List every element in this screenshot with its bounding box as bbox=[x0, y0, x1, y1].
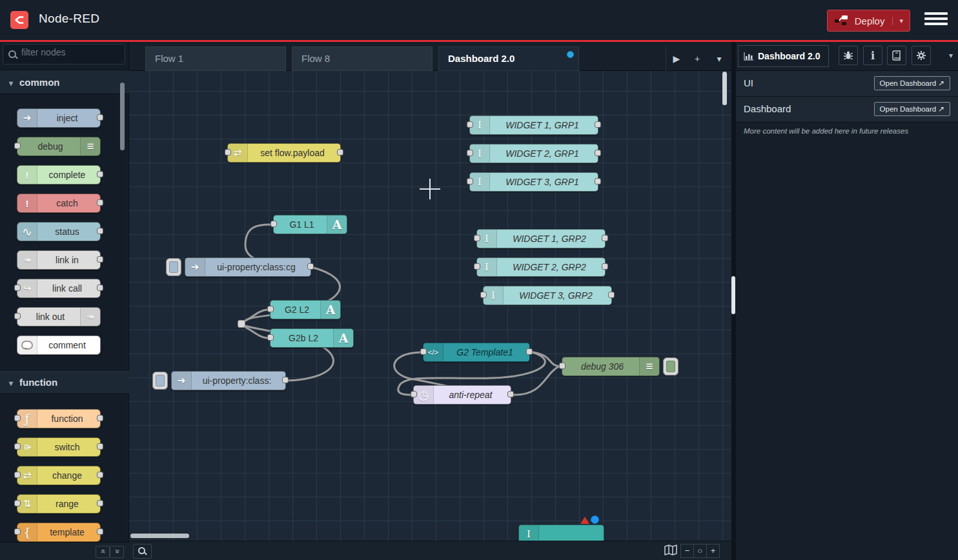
output-port[interactable] bbox=[97, 171, 103, 177]
output-port[interactable] bbox=[97, 256, 103, 263]
flow-node-set-flow-payload[interactable]: ⇄set flow.payload bbox=[227, 143, 341, 163]
flow-node-widget-3-grp1[interactable]: IWIDGET 3, GRP1 bbox=[469, 172, 598, 192]
bug-icon[interactable] bbox=[839, 46, 858, 65]
palette-node-function[interactable]: ƒfunction bbox=[17, 409, 101, 428]
flow-node-anti-repeat[interactable]: ◷anti-repeat bbox=[413, 385, 511, 405]
output-port[interactable] bbox=[608, 292, 615, 298]
palette-node-status[interactable]: ∿status bbox=[17, 222, 101, 241]
palette-node-link-in[interactable]: ↠link in bbox=[17, 250, 101, 270]
palette-node-template[interactable]: {template bbox=[17, 523, 101, 542]
input-port[interactable] bbox=[267, 306, 274, 312]
input-port[interactable] bbox=[14, 528, 21, 535]
flow-tab-Dashboard-2.0[interactable]: Dashboard 2.0 bbox=[438, 46, 579, 71]
wire-junction[interactable] bbox=[238, 320, 245, 328]
main-menu-button[interactable] bbox=[924, 12, 948, 29]
wire-g2-template1-to-debug-306[interactable] bbox=[533, 352, 559, 366]
gear-icon[interactable] bbox=[912, 46, 931, 65]
flow-node-widget-2-grp2[interactable]: IWIDGET 2, GRP2 bbox=[476, 257, 606, 277]
canvas-vertical-scrollbar[interactable] bbox=[722, 72, 727, 105]
deploy-caret-icon[interactable]: ▾ bbox=[892, 17, 903, 25]
input-port[interactable] bbox=[474, 263, 480, 270]
output-port[interactable] bbox=[337, 149, 343, 155]
output-port[interactable] bbox=[307, 263, 314, 270]
palette-filter[interactable] bbox=[3, 44, 125, 65]
output-port[interactable] bbox=[602, 263, 608, 270]
output-port[interactable] bbox=[595, 150, 601, 156]
input-port[interactable] bbox=[14, 415, 21, 421]
minimap-toggle-button[interactable] bbox=[663, 543, 678, 557]
palette-section-common[interactable]: ▾common bbox=[0, 70, 129, 94]
flow-node-g2-l2[interactable]: AG2 L2 bbox=[270, 300, 341, 319]
zoom-in-button[interactable]: + bbox=[706, 544, 720, 558]
input-port[interactable] bbox=[225, 149, 231, 155]
output-port[interactable] bbox=[97, 285, 103, 291]
tab-expand-icon[interactable]: ▶ bbox=[669, 46, 684, 71]
input-port[interactable] bbox=[420, 348, 427, 355]
input-port[interactable] bbox=[270, 221, 277, 227]
collapse-up-icon[interactable]: « bbox=[96, 546, 110, 558]
sidebar-tab-dashboard[interactable]: Dashboard 2.0 bbox=[738, 45, 829, 67]
input-port[interactable] bbox=[14, 472, 21, 478]
flow-node-widget-2-grp1[interactable]: IWIDGET 2, GRP1 bbox=[469, 144, 598, 163]
flow-node-widget-1-grp1[interactable]: IWIDGET 1, GRP1 bbox=[469, 115, 598, 135]
input-port[interactable] bbox=[267, 334, 274, 341]
palette-node-comment[interactable]: comment bbox=[17, 335, 101, 355]
flow-tab-Flow-1[interactable]: Flow 1 bbox=[145, 46, 286, 71]
wire-anti-repeat-to-debug-306[interactable] bbox=[514, 366, 559, 395]
add-flow-button[interactable]: + bbox=[689, 46, 705, 71]
palette-node-catch[interactable]: !catch bbox=[17, 194, 101, 213]
output-port[interactable] bbox=[526, 348, 533, 355]
output-port[interactable] bbox=[507, 391, 514, 397]
wire-junction-to-g2-l2[interactable] bbox=[243, 310, 267, 322]
palette-scrollbar[interactable] bbox=[120, 83, 125, 150]
output-port[interactable] bbox=[97, 114, 103, 121]
flow-canvas[interactable]: ⇄set flow.payloadIWIDGET 1, GRP1IWIDGET … bbox=[129, 71, 731, 541]
inject-button[interactable] bbox=[152, 372, 168, 390]
open-dashboard-button[interactable]: Open Dashboard ↗ bbox=[874, 76, 950, 90]
flow-node-widget-3-grp2[interactable]: IWIDGET 3, GRP2 bbox=[483, 286, 612, 305]
palette-node-range[interactable]: ⇅range bbox=[17, 494, 101, 514]
flow-node-widget-1-grp2[interactable]: IWIDGET 1, GRP2 bbox=[476, 229, 606, 248]
flow-node-g2-template1[interactable]: </>G2 Template1 bbox=[423, 343, 530, 362]
flow-node-ui-partial[interactable]: I bbox=[518, 525, 604, 541]
input-port[interactable] bbox=[14, 443, 21, 450]
flow-node-g1-l1[interactable]: AG1 L1 bbox=[273, 215, 347, 234]
zoom-out-button[interactable]: − bbox=[680, 544, 694, 558]
output-port[interactable] bbox=[595, 121, 601, 128]
output-port[interactable] bbox=[595, 178, 601, 185]
inject-button[interactable] bbox=[166, 258, 181, 276]
sidebar-caret-icon[interactable]: ▾ bbox=[949, 51, 953, 60]
deploy-button[interactable]: Deploy ▾ bbox=[827, 10, 910, 32]
input-port[interactable] bbox=[14, 143, 21, 149]
output-port[interactable] bbox=[97, 443, 103, 450]
flow-tab-Flow-8[interactable]: Flow 8 bbox=[292, 46, 433, 71]
input-port[interactable] bbox=[14, 500, 21, 506]
output-port[interactable] bbox=[602, 235, 608, 241]
output-port[interactable] bbox=[97, 472, 103, 478]
input-port[interactable] bbox=[559, 363, 566, 369]
output-port[interactable] bbox=[97, 528, 103, 535]
collapse-down-icon[interactable]: » bbox=[110, 546, 124, 558]
zoom-reset-button[interactable]: ○ bbox=[693, 544, 707, 558]
output-port[interactable] bbox=[97, 500, 103, 506]
input-port[interactable] bbox=[14, 285, 21, 291]
canvas-horizontal-scrollbar[interactable] bbox=[130, 534, 189, 538]
input-port[interactable] bbox=[467, 121, 473, 128]
filter-nodes-input[interactable] bbox=[20, 46, 123, 58]
wire-junction-to-g2b-l2[interactable] bbox=[243, 326, 267, 338]
output-port[interactable] bbox=[97, 228, 103, 234]
debug-toggle-button[interactable] bbox=[663, 357, 678, 375]
output-port[interactable] bbox=[282, 377, 289, 383]
tab-menu-icon[interactable]: ▾ bbox=[711, 46, 727, 71]
search-flows-button[interactable] bbox=[133, 544, 152, 559]
palette-node-inject[interactable]: ➔inject bbox=[17, 108, 101, 128]
output-port[interactable] bbox=[97, 199, 103, 206]
flow-node-ui-property-cg[interactable]: ➔ui-property:class:cg bbox=[185, 257, 311, 277]
flow-node-debug-306[interactable]: ≡debug 306 bbox=[562, 357, 660, 376]
palette-node-link-call[interactable]: ↪link call bbox=[17, 279, 101, 298]
palette-node-change[interactable]: ⇄change bbox=[17, 466, 101, 485]
palette-node-complete[interactable]: !complete bbox=[17, 165, 101, 185]
splitter-handle[interactable] bbox=[731, 276, 735, 314]
flow-node-g2b-l2[interactable]: AG2b L2 bbox=[270, 328, 354, 348]
open-dashboard-button[interactable]: Open Dashboard ↗ bbox=[874, 102, 950, 116]
